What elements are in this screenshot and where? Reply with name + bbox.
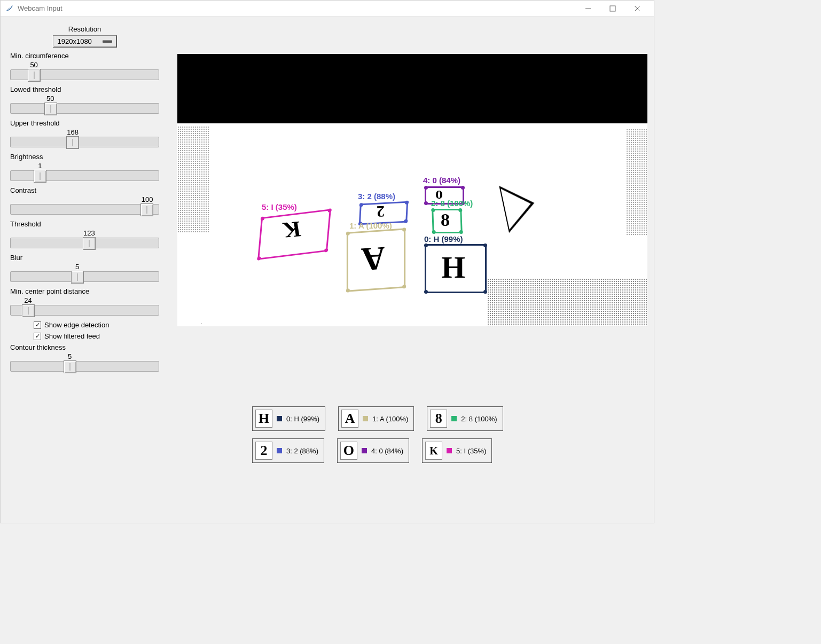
slider-label: Contrast [10,186,159,194]
detection-box-0 [425,244,487,293]
resolution-group: Resolution 1920x1080 [10,25,159,48]
detection-box-1 [347,228,405,292]
result-glyph: 8 [430,410,447,428]
result-glyph: 2 [255,442,272,460]
app-window: Webcam Input Resolution 1920x1080 Min. c… [0,0,654,523]
slider-track[interactable] [10,305,159,316]
slider-value: 24 [24,296,32,304]
slider-value: 50 [46,95,54,103]
slider-label: Contour thickness [10,343,159,351]
slider-thumb[interactable] [66,136,79,149]
result-item: 8 2: 8 (100%) [427,406,503,431]
detection-label-5: 5: I (35%) [262,202,297,211]
color-swatch [277,448,282,453]
result-item: H 0: H (99%) [252,406,325,431]
detection-label-3: 3: 2 (88%) [358,192,395,201]
upper-threshold-slider: Upper threshold 168 [10,119,159,147]
slider-track[interactable] [10,170,159,181]
resolution-value: 1920x1080 [58,37,92,45]
content-area: Resolution 1920x1080 Min. circumference … [1,17,654,523]
resolution-label: Resolution [10,25,159,33]
show-edge-checkbox[interactable]: ✓ Show edge detection [10,321,159,329]
dropdown-arrow-icon [103,41,112,43]
show-filtered-checkbox[interactable]: ✓ Show filtered feed [10,332,159,340]
detection-label-1: 1: A (100%) [349,221,392,230]
slider-thumb[interactable] [22,304,35,317]
brightness-slider: Brightness 1 [10,153,159,181]
slider-label: Min. center point distance [10,287,159,295]
slider-value: 100 [142,195,153,203]
slider-track[interactable] [10,361,159,372]
slider-track[interactable] [10,137,159,147]
titlebar: Webcam Input [1,1,654,17]
result-glyph: A [341,410,358,428]
slider-track[interactable] [10,69,159,80]
result-text: 4: 0 (84%) [371,447,403,455]
contrast-slider: Contrast 100 [10,186,159,215]
checkbox-label: Show filtered feed [44,332,100,340]
noise-artifact [487,278,647,326]
slider-track[interactable] [10,271,159,282]
color-swatch [277,416,282,421]
resolution-dropdown[interactable]: 1920x1080 [53,35,117,48]
preview-panel: 5: I (35%) K 4: 0 (84%) 0 3: 2 (88%) 2 [169,17,654,523]
results-list: H 0: H (99%) A 1: A (100%) 8 2: 8 (100%)… [177,406,541,463]
slider-label: Lowed threshold [10,85,159,93]
slider-value: 123 [83,229,95,237]
close-button[interactable] [625,1,650,17]
slider-label: Blur [10,254,159,262]
maximize-button[interactable] [600,1,625,17]
controls-panel: Resolution 1920x1080 Min. circumference … [1,17,169,523]
slider-thumb[interactable] [34,170,46,183]
checkbox-icon: ✓ [34,333,41,340]
color-swatch [362,448,367,453]
slider-value: 50 [30,61,37,69]
result-text: 5: I (35%) [456,447,486,455]
slider-thumb[interactable] [44,103,57,115]
slider-value: 1 [38,162,42,170]
checkbox-label: Show edge detection [44,321,109,329]
slider-label: Min. circumference [10,52,159,60]
slider-thumb[interactable] [140,203,153,216]
lower-threshold-slider: Lowed threshold 50 [10,85,159,114]
slider-thumb[interactable] [71,271,84,284]
detection-label-4: 4: 0 (84%) [423,176,460,185]
result-item: O 4: 0 (84%) [337,438,409,463]
noise-artifact [177,126,209,233]
contour-thickness-slider: Contour thickness 5 [10,343,159,372]
result-item: 2 3: 2 (88%) [252,438,324,463]
minimize-button[interactable] [576,1,600,17]
video-feed: 5: I (35%) K 4: 0 (84%) 0 3: 2 (88%) 2 [177,54,647,326]
result-text: 0: H (99%) [286,415,319,423]
detection-box-2 [432,209,463,233]
result-text: 2: 8 (100%) [461,415,497,423]
slider-thumb[interactable] [28,69,41,82]
window-controls [576,1,650,17]
slider-thumb[interactable] [83,237,96,250]
result-item: K 5: I (35%) [422,438,492,463]
slider-track[interactable] [10,103,159,114]
result-item: A 1: A (100%) [338,406,414,431]
svg-rect-1 [610,6,615,11]
color-swatch [363,416,368,421]
slider-track[interactable] [10,204,159,215]
slider-label: Brightness [10,153,159,161]
result-text: 3: 2 (88%) [286,447,318,455]
tk-feather-icon [5,4,13,13]
result-glyph: H [255,410,272,428]
slider-track[interactable] [10,238,159,248]
slider-label: Threshold [10,220,159,228]
noise-artifact [626,129,647,235]
slider-value: 168 [67,128,79,136]
detection-label-2: 2: 8 (100%) [431,199,473,208]
slider-thumb[interactable] [64,360,76,373]
result-glyph: K [425,442,442,460]
checkbox-icon: ✓ [34,321,41,329]
slider-label: Upper threshold [10,119,159,127]
min-center-distance-slider: Min. center point distance 24 [10,287,159,316]
color-swatch [451,416,457,421]
slider-value: 5 [75,263,79,271]
result-glyph: O [340,442,357,460]
min-circumference-slider: Min. circumference 50 [10,52,159,80]
result-text: 1: A (100%) [372,415,408,423]
